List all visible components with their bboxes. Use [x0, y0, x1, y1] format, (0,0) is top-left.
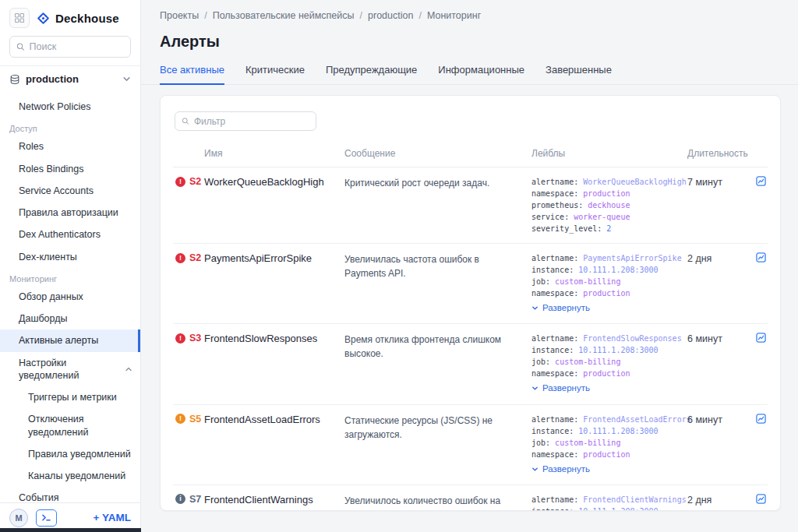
breadcrumb: Проекты/Пользовательские неймспейсы/prod…	[141, 0, 798, 21]
breadcrumb-item[interactable]: Проекты	[160, 10, 199, 21]
table-row[interactable]: ! S3 FrontendSlowResponses Время отклика…	[173, 324, 768, 404]
severity-label: S7	[189, 494, 201, 505]
label-pair: namespace: production	[531, 449, 681, 460]
tab-bar: Все активныеКритическиеПредупреждающиеИн…	[141, 51, 798, 85]
alert-name: WorkerQueueBacklogHigh	[204, 176, 344, 188]
severity-icon: !	[175, 177, 185, 187]
sidebar-item[interactable]: Правила авторизации	[0, 202, 140, 224]
alert-duration: 2 дня	[687, 252, 746, 264]
search-icon	[16, 42, 25, 51]
table-body: ! S2 WorkerQueueBacklogHigh Критический …	[173, 167, 768, 511]
sidebar-item[interactable]: Dex-клиенты	[0, 246, 140, 268]
filter-input[interactable]	[194, 116, 309, 127]
breadcrumb-item[interactable]: Мониторинг	[427, 10, 481, 21]
sidebar-section-label: Доступ	[0, 118, 140, 136]
app-grid-button[interactable]	[9, 8, 30, 28]
metrics-chart-icon	[756, 414, 766, 424]
tab[interactable]: Предупреждающие	[326, 64, 417, 84]
alert-name: FrontendAssetLoadErrors	[204, 414, 344, 425]
alert-duration: 6 минут	[687, 333, 746, 344]
alert-name: PaymentsApiErrorSpike	[204, 252, 344, 264]
sidebar-item[interactable]: Активные алерты	[0, 329, 140, 351]
deckhouse-logo: Deckhouse	[36, 11, 119, 26]
severity-icon: i	[175, 494, 185, 504]
main-content: Проекты/Пользовательские неймспейсы/prod…	[141, 0, 798, 532]
sidebar-item[interactable]: Network Policies	[0, 96, 140, 118]
logo-text: Deckhouse	[55, 12, 119, 25]
label-pair: namespace: production	[531, 287, 681, 299]
severity-icon: !	[175, 253, 185, 263]
sidebar-item[interactable]: Правила уведомлений	[0, 443, 140, 465]
metrics-link[interactable]	[746, 333, 769, 343]
expand-link[interactable]: Развернуть	[531, 301, 681, 315]
sidebar-item[interactable]: Service Accounts	[0, 180, 140, 202]
sidebar-item[interactable]: Триггеры и метрики	[0, 386, 140, 408]
metrics-link[interactable]	[746, 494, 769, 504]
table-row[interactable]: ! S5 FrontendAssetLoadErrors Статические…	[173, 405, 768, 485]
label-pair: prometheus: deckhouse	[531, 199, 681, 211]
alert-message: Увеличилось количество ошибок на стороне…	[344, 494, 531, 511]
column-labels: Лейблы	[531, 148, 687, 159]
tab[interactable]: Критические	[245, 64, 305, 84]
sidebar-item[interactable]: Дашборды	[0, 308, 140, 329]
alert-message: Время отклика фронтенда слишком высокое.	[344, 333, 531, 361]
sidebar-search[interactable]	[9, 36, 131, 58]
sidebar-item[interactable]: Отключения уведомлений	[0, 408, 140, 443]
severity-label: S3	[189, 333, 201, 344]
alert-duration: 7 минут	[687, 176, 746, 188]
expand-link[interactable]: Развернуть	[531, 382, 681, 395]
metrics-link[interactable]	[746, 176, 769, 186]
sidebar-item[interactable]: События	[0, 487, 140, 502]
table-row[interactable]: i S7 FrontendClientWarnings Увеличилось …	[173, 485, 768, 511]
table-row[interactable]: ! S2 WorkerQueueBacklogHigh Критический …	[173, 167, 768, 244]
tab[interactable]: Информационные	[438, 64, 524, 84]
namespace-label: production	[26, 73, 79, 85]
alert-duration: 2 дня	[687, 494, 746, 506]
add-yaml-button[interactable]: + YAML	[94, 512, 131, 523]
tab[interactable]: Завершенные	[546, 64, 612, 84]
alert-message: Увеличилась частота ошибок в Payments AP…	[344, 252, 531, 280]
label-pair: instance: 10.111.1.208:3000	[531, 344, 681, 356]
breadcrumb-item[interactable]: production	[368, 10, 413, 21]
alert-message: Критический рост очереди задач.	[344, 176, 531, 190]
metrics-link[interactable]	[746, 414, 769, 424]
label-pair: job: custom-billing	[531, 437, 681, 449]
metrics-link[interactable]	[746, 252, 769, 262]
filter-box[interactable]	[175, 111, 316, 131]
sidebar-item[interactable]: Roles	[0, 136, 140, 157]
sidebar-item[interactable]: Настройки уведомлений	[0, 352, 140, 387]
column-message: Сообщение	[344, 148, 531, 159]
sidebar-item[interactable]: Каналы уведомлений	[0, 465, 140, 487]
tab[interactable]: Все активные	[160, 64, 224, 85]
table-header: Имя Сообщение Лейблы Длительность	[173, 143, 768, 167]
grid-icon	[15, 13, 24, 23]
chevron-down-icon	[531, 466, 538, 473]
terminal-button[interactable]	[36, 509, 57, 527]
avatar[interactable]: M	[9, 509, 28, 527]
namespace-selector[interactable]: production	[0, 65, 140, 92]
breadcrumb-separator: /	[418, 10, 421, 21]
alert-message: Статические ресурсы (JS/CSS) не загружаю…	[344, 414, 531, 442]
table-row[interactable]: ! S2 PaymentsApiErrorSpike Увеличилась ч…	[173, 244, 768, 324]
label-pair: namespace: production	[531, 368, 681, 379]
sidebar-item[interactable]: Roles Bindings	[0, 158, 140, 180]
alert-name: FrontendClientWarnings	[204, 494, 344, 506]
namespace-icon	[9, 74, 20, 85]
severity-label: S2	[189, 252, 201, 263]
metrics-chart-icon	[756, 494, 766, 504]
expand-link[interactable]: Развернуть	[531, 463, 681, 476]
breadcrumb-item[interactable]: Пользовательские неймспейсы	[213, 10, 355, 21]
alerts-card: Имя Сообщение Лейблы Длительность ! S2 W…	[160, 95, 781, 511]
breadcrumb-separator: /	[204, 10, 207, 21]
sidebar-item[interactable]: Обзор данных	[0, 286, 140, 308]
metrics-chart-icon	[756, 252, 766, 262]
sidebar: Deckhouse production Network PoliciesДос…	[0, 0, 141, 532]
alert-labels: alertname: FrontendClientWarningsinstanc…	[531, 494, 687, 511]
sidebar-search-input[interactable]	[30, 41, 124, 52]
label-pair: alertname: WorkerQueueBacklogHigh	[531, 176, 681, 188]
sidebar-item[interactable]: Dex Authenticators	[0, 224, 140, 245]
chevron-up-icon	[125, 365, 132, 373]
alert-labels: alertname: WorkerQueueBacklogHighnamespa…	[531, 176, 687, 234]
chevron-down-icon	[531, 305, 538, 312]
column-name: Имя	[204, 148, 344, 159]
